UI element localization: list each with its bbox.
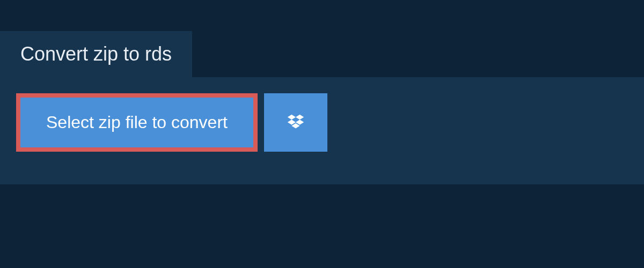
select-file-highlight: Select zip file to convert	[16, 93, 258, 152]
page-title-tab: Convert zip to rds	[0, 31, 192, 77]
page-title: Convert zip to rds	[20, 43, 172, 65]
upload-panel: Select zip file to convert	[0, 77, 644, 184]
dropbox-icon	[286, 113, 306, 133]
upload-button-row: Select zip file to convert	[16, 93, 628, 152]
select-file-label: Select zip file to convert	[46, 113, 228, 132]
select-file-button[interactable]: Select zip file to convert	[20, 98, 253, 147]
dropbox-upload-button[interactable]	[264, 93, 327, 152]
